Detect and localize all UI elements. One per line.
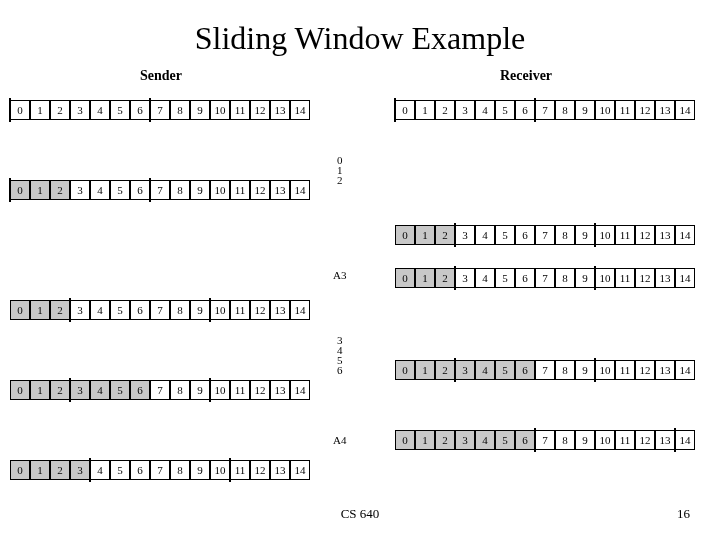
seq-cell: 6 — [130, 460, 150, 480]
seq-cell: 2 — [435, 360, 455, 380]
seq-cell: 3 — [70, 460, 90, 480]
seq-cell: 8 — [555, 225, 575, 245]
page-number: 16 — [677, 506, 690, 522]
seq-cell: 11 — [230, 380, 250, 400]
seq-cell: 4 — [475, 225, 495, 245]
seq-cell: 5 — [495, 225, 515, 245]
seq-cell: 6 — [130, 100, 150, 120]
seq-cell: 10 — [210, 460, 230, 480]
seq-cell: 4 — [475, 100, 495, 120]
sender-strip-1: 01234567891011121314 — [10, 180, 310, 200]
window-right-bar — [594, 266, 596, 290]
seq-cell: 10 — [595, 100, 615, 120]
seq-cell: 4 — [475, 430, 495, 450]
seq-cell: 8 — [170, 100, 190, 120]
seq-cell: 7 — [535, 225, 555, 245]
seq-cell: 3 — [455, 430, 475, 450]
seq-cell: 14 — [675, 430, 695, 450]
seq-cell: 4 — [90, 180, 110, 200]
seq-cell: 3 — [455, 268, 475, 288]
seq-cell: 14 — [290, 100, 310, 120]
seq-cell: 14 — [290, 380, 310, 400]
seq-cell: 13 — [270, 100, 290, 120]
seq-cell: 5 — [110, 380, 130, 400]
seq-cell: 8 — [555, 268, 575, 288]
seq-cell: 7 — [535, 360, 555, 380]
seq-cell: 3 — [70, 100, 90, 120]
seq-cell: 9 — [190, 180, 210, 200]
receiver-strip-0: 01234567891011121314 — [395, 100, 695, 120]
seq-cell: 11 — [230, 300, 250, 320]
seq-cell: 0 — [395, 225, 415, 245]
seq-cell: 13 — [655, 360, 675, 380]
seq-cell: 2 — [50, 100, 70, 120]
sender-heading: Sender — [140, 68, 182, 84]
seq-cell: 6 — [515, 360, 535, 380]
seq-cell: 10 — [595, 430, 615, 450]
sender-strip-3: 01234567891011121314 — [10, 380, 310, 400]
seq-cell: 5 — [495, 100, 515, 120]
seq-cell: 0 — [10, 460, 30, 480]
seq-cell: 2 — [435, 100, 455, 120]
seq-cell: 1 — [415, 430, 435, 450]
seq-cell: 0 — [10, 300, 30, 320]
seq-cell: 11 — [615, 100, 635, 120]
seq-cell: 3 — [70, 300, 90, 320]
seq-cell: 6 — [130, 380, 150, 400]
seq-cell: 4 — [475, 268, 495, 288]
seq-cell: 11 — [230, 100, 250, 120]
seq-cell: 7 — [150, 100, 170, 120]
seq-cell: 10 — [595, 268, 615, 288]
window-right-bar — [594, 223, 596, 247]
seq-cell: 0 — [395, 430, 415, 450]
seq-cell: 10 — [595, 225, 615, 245]
seq-cell: 0 — [395, 100, 415, 120]
seq-cell: 1 — [415, 225, 435, 245]
seq-cell: 12 — [635, 360, 655, 380]
seq-cell: 9 — [575, 360, 595, 380]
seq-cell: 6 — [515, 100, 535, 120]
seq-cell: 12 — [635, 430, 655, 450]
seq-cell: 2 — [435, 430, 455, 450]
seq-cell: 2 — [50, 300, 70, 320]
seq-cell: 13 — [270, 380, 290, 400]
seq-cell: 4 — [90, 300, 110, 320]
seq-cell: 3 — [70, 180, 90, 200]
seq-cell: 12 — [250, 300, 270, 320]
seq-cell: 9 — [190, 300, 210, 320]
seq-cell: 14 — [675, 100, 695, 120]
window-right-bar — [229, 458, 231, 482]
seq-cell: 10 — [210, 180, 230, 200]
seq-cell: 2 — [435, 225, 455, 245]
seq-cell: 4 — [90, 460, 110, 480]
receiver-strip-4: 01234567891011121314 — [395, 430, 695, 450]
seq-cell: 5 — [110, 460, 130, 480]
window-right-bar — [149, 178, 151, 202]
seq-cell: 11 — [615, 225, 635, 245]
sender-strip-4: 01234567891011121314 — [10, 460, 310, 480]
seq-cell: 0 — [10, 180, 30, 200]
receiver-strip-3: 01234567891011121314 — [395, 360, 695, 380]
seq-cell: 0 — [395, 268, 415, 288]
seq-cell: 14 — [675, 268, 695, 288]
window-left-bar — [69, 298, 71, 322]
window-left-bar — [9, 178, 11, 202]
sender-strip-0: 01234567891011121314 — [10, 100, 310, 120]
seq-cell: 3 — [455, 360, 475, 380]
seq-cell: 1 — [415, 360, 435, 380]
window-left-bar — [454, 358, 456, 382]
seq-cell: 10 — [210, 300, 230, 320]
seq-cell: 12 — [250, 100, 270, 120]
seq-cell: 4 — [475, 360, 495, 380]
seq-cell: 7 — [150, 300, 170, 320]
seq-cell: 2 — [50, 380, 70, 400]
seq-cell: 5 — [110, 100, 130, 120]
seq-cell: 7 — [535, 100, 555, 120]
receiver-strip-1: 01234567891011121314 — [395, 225, 695, 245]
seq-cell: 12 — [250, 180, 270, 200]
seq-cell: 8 — [170, 460, 190, 480]
seq-cell: 10 — [595, 360, 615, 380]
slide-title: Sliding Window Example — [0, 20, 720, 57]
seq-cell: 9 — [190, 460, 210, 480]
seq-cell: 2 — [50, 180, 70, 200]
